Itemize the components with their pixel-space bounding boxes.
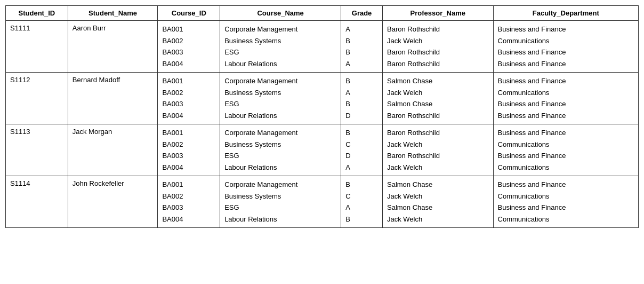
department-value: Business and Finance: [498, 128, 634, 138]
department-value: Business and Finance: [498, 24, 634, 35]
department-cell: Business and FinanceCommunicationsBusine…: [493, 124, 638, 176]
grade-cell: BCDA: [341, 124, 383, 176]
department-value: Communications: [498, 214, 634, 225]
course-name-value: Labour Relations: [224, 162, 336, 173]
grade-value: B: [345, 76, 378, 86]
grade-value: B: [345, 128, 378, 138]
professor-value: Baron Rothschild: [387, 24, 489, 35]
student-id-cell: S1112: [6, 73, 68, 124]
course-name-value: ESG: [224, 99, 336, 109]
course-name-value: Corporate Management: [224, 76, 336, 86]
course-name-value: Corporate Management: [224, 128, 336, 138]
department-cell: Business and FinanceCommunicationsBusine…: [493, 73, 638, 124]
student-name-cell: Jack Morgan: [68, 124, 158, 176]
header-student-name: Student_Name: [68, 6, 158, 21]
course-id-value: BA002: [162, 88, 215, 98]
course-id-value: BA004: [162, 214, 215, 225]
student-name-cell: Aaron Burr: [68, 21, 158, 73]
course-id-value: BA004: [162, 162, 215, 173]
professor-value: Salmon Chase: [387, 179, 489, 190]
grade-cell: BCAB: [341, 176, 383, 228]
student-id-cell: S1111: [6, 21, 68, 73]
course-id-value: BA003: [162, 99, 215, 109]
professor-value: Salmon Chase: [387, 76, 489, 86]
course-name-value: Business Systems: [224, 191, 336, 202]
grade-value: A: [345, 59, 378, 69]
course-name-value: Labour Relations: [224, 214, 336, 225]
grade-value: B: [345, 36, 378, 46]
course-id-value: BA002: [162, 139, 215, 150]
grade-value: B: [345, 47, 378, 58]
course-name-value: Labour Relations: [224, 111, 336, 121]
professor-cell: Salmon ChaseJack WelchSalmon ChaseJack W…: [382, 176, 493, 228]
department-value: Communications: [498, 162, 634, 173]
professor-value: Baron Rothschild: [387, 59, 489, 69]
department-cell: Business and FinanceCommunicationsBusine…: [493, 176, 638, 228]
course-name-cell: Corporate ManagementBusiness SystemsESGL…: [220, 124, 341, 176]
department-value: Business and Finance: [498, 179, 634, 190]
professor-value: Baron Rothschild: [387, 151, 489, 161]
course-id-value: BA003: [162, 151, 215, 161]
professor-value: Salmon Chase: [387, 99, 489, 109]
professor-value: Salmon Chase: [387, 202, 489, 213]
professor-value: Jack Welch: [387, 162, 489, 173]
student-name-cell: Bernard Madoff: [68, 73, 158, 124]
course-id-cell: BA001BA002BA003BA004: [158, 73, 220, 124]
course-id-cell: BA001BA002BA003BA004: [158, 21, 220, 73]
grade-value: A: [345, 88, 378, 98]
department-value: Business and Finance: [498, 111, 634, 121]
grade-value: D: [345, 151, 378, 161]
department-value: Communications: [498, 36, 634, 46]
course-name-cell: Corporate ManagementBusiness SystemsESGL…: [220, 176, 341, 228]
professor-cell: Baron RothschildJack WelchBaron Rothschi…: [382, 124, 493, 176]
professor-cell: Baron RothschildJack WelchBaron Rothschi…: [382, 21, 493, 73]
course-name-value: Business Systems: [224, 88, 336, 98]
header-department: Faculty_Department: [493, 6, 638, 21]
grade-value: B: [345, 99, 378, 109]
course-id-value: BA004: [162, 111, 215, 121]
grade-value: C: [345, 139, 378, 150]
header-row: Student_ID Student_Name Course_ID Course…: [6, 6, 639, 21]
course-id-value: BA001: [162, 24, 215, 35]
course-name-value: ESG: [224, 151, 336, 161]
grade-value: B: [345, 214, 378, 225]
professor-value: Jack Welch: [387, 214, 489, 225]
course-id-cell: BA001BA002BA003BA004: [158, 124, 220, 176]
professor-value: Jack Welch: [387, 191, 489, 202]
department-value: Business and Finance: [498, 151, 634, 161]
department-value: Business and Finance: [498, 76, 634, 86]
professor-value: Jack Welch: [387, 139, 489, 150]
course-id-value: BA001: [162, 76, 215, 86]
course-name-value: ESG: [224, 47, 336, 58]
student-name-cell: John Rockefeller: [68, 176, 158, 228]
course-id-cell: BA001BA002BA003BA004: [158, 176, 220, 228]
course-name-value: Labour Relations: [224, 59, 336, 69]
professor-cell: Salmon ChaseJack WelchSalmon ChaseBaron …: [382, 73, 493, 124]
grade-value: A: [345, 24, 378, 35]
professor-value: Jack Welch: [387, 36, 489, 46]
table-row: S1111Aaron BurrBA001BA002BA003BA004Corpo…: [6, 21, 639, 73]
professor-value: Baron Rothschild: [387, 128, 489, 138]
grade-value: A: [345, 162, 378, 173]
course-name-value: Corporate Management: [224, 24, 336, 35]
professor-value: Baron Rothschild: [387, 47, 489, 58]
department-cell: Business and FinanceCommunicationsBusine…: [493, 21, 638, 73]
department-value: Business and Finance: [498, 47, 634, 58]
grade-value: B: [345, 179, 378, 190]
header-course-name: Course_Name: [220, 6, 341, 21]
professor-value: Jack Welch: [387, 88, 489, 98]
course-id-value: BA001: [162, 128, 215, 138]
student-id-cell: S1114: [6, 176, 68, 228]
header-professor: Professor_Name: [382, 6, 493, 21]
grade-cell: BABD: [341, 73, 383, 124]
header-student-id: Student_ID: [6, 6, 68, 21]
professor-value: Baron Rothschild: [387, 111, 489, 121]
student-id-cell: S1113: [6, 124, 68, 176]
grade-cell: ABBA: [341, 21, 383, 73]
course-id-value: BA004: [162, 59, 215, 69]
grade-value: C: [345, 191, 378, 202]
header-grade: Grade: [341, 6, 383, 21]
table-row: S1113Jack MorganBA001BA002BA003BA004Corp…: [6, 124, 639, 176]
course-id-value: BA002: [162, 191, 215, 202]
header-course-id: Course_ID: [158, 6, 220, 21]
